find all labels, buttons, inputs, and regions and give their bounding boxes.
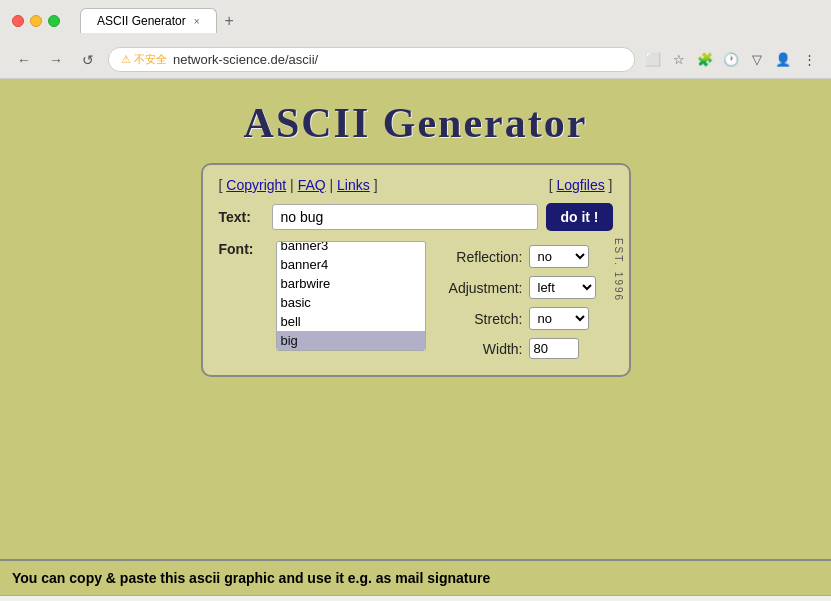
- url-bar[interactable]: ⚠ 不安全 network-science.de/ascii/: [108, 47, 635, 72]
- font-option-bigchief[interactable]: bigchief: [277, 350, 425, 351]
- browser-chrome: ASCII Generator × + ← → ↺ ⚠ 不安全 network-…: [0, 0, 831, 79]
- security-label: 不安全: [134, 52, 167, 67]
- copyright-link[interactable]: Copyright: [226, 177, 286, 193]
- options-panel: Reflection: no yes Adjustment: left cent…: [438, 245, 596, 359]
- active-tab[interactable]: ASCII Generator ×: [80, 8, 217, 33]
- security-warning: ⚠ 不安全: [121, 52, 167, 67]
- width-input[interactable]: [529, 338, 579, 359]
- bracket2-open: [: [549, 177, 553, 193]
- bracket-close: ]: [374, 177, 378, 193]
- sep2: |: [330, 177, 334, 193]
- refresh-button[interactable]: ↺: [76, 48, 100, 72]
- font-row: Font: banner3 banner4 barbwire basic bel…: [219, 241, 613, 359]
- user-icon[interactable]: 👤: [773, 50, 793, 70]
- menu-icon[interactable]: ⋮: [799, 50, 819, 70]
- tab-bar: ASCII Generator × +: [80, 8, 242, 33]
- bracket-open: [: [219, 177, 223, 193]
- warning-icon: ⚠: [121, 53, 131, 66]
- info-bar: You can copy & paste this ascii graphic …: [0, 559, 831, 596]
- forward-button[interactable]: →: [44, 48, 68, 72]
- adjustment-row: Adjustment: left center right: [438, 276, 596, 299]
- title-bar: ASCII Generator × +: [0, 0, 831, 41]
- cast-icon[interactable]: ⬜: [643, 50, 663, 70]
- reflection-label: Reflection:: [438, 249, 523, 265]
- do-it-button[interactable]: do it !: [546, 203, 612, 231]
- url-text: network-science.de/ascii/: [173, 52, 318, 67]
- info-text: You can copy & paste this ascii graphic …: [12, 570, 490, 586]
- toolbar-icons: ⬜ ☆ 🧩 🕐 ▽ 👤 ⋮: [643, 50, 819, 70]
- left-nav: [ Copyright | FAQ | Links ]: [219, 177, 378, 193]
- font-option-big[interactable]: big: [277, 331, 425, 350]
- download-icon[interactable]: ▽: [747, 50, 767, 70]
- close-button[interactable]: [12, 15, 24, 27]
- address-bar: ← → ↺ ⚠ 不安全 network-science.de/ascii/ ⬜ …: [0, 41, 831, 78]
- adjustment-select[interactable]: left center right: [529, 276, 596, 299]
- bracket2-close: ]: [609, 177, 613, 193]
- font-select[interactable]: banner3 banner4 barbwire basic bell big …: [276, 241, 426, 351]
- minimize-button[interactable]: [30, 15, 42, 27]
- font-option-banner3[interactable]: banner3: [277, 241, 425, 255]
- back-button[interactable]: ←: [12, 48, 36, 72]
- reflection-select[interactable]: no yes: [529, 245, 589, 268]
- width-row: Width:: [438, 338, 596, 359]
- text-row: Text: do it !: [219, 203, 613, 231]
- stretch-select[interactable]: no yes: [529, 307, 589, 330]
- traffic-lights: [12, 15, 60, 27]
- font-option-bell[interactable]: bell: [277, 312, 425, 331]
- tab-close-button[interactable]: ×: [194, 16, 200, 27]
- font-option-basic[interactable]: basic: [277, 293, 425, 312]
- nav-links: [ Copyright | FAQ | Links ] [ Logfiles ]: [219, 177, 613, 193]
- settings-bar: Font: big Reflection: no Adjustment: lef…: [0, 596, 831, 601]
- text-input[interactable]: [272, 204, 539, 230]
- logfiles-link[interactable]: Logfiles: [556, 177, 604, 193]
- new-tab-button[interactable]: +: [217, 12, 242, 30]
- page-title: ASCII Generator: [20, 99, 811, 147]
- tab-title: ASCII Generator: [97, 14, 186, 28]
- bookmark-icon[interactable]: ☆: [669, 50, 689, 70]
- faq-link[interactable]: FAQ: [298, 177, 326, 193]
- reflection-row: Reflection: no yes: [438, 245, 596, 268]
- stretch-row: Stretch: no yes: [438, 307, 596, 330]
- adjustment-label: Adjustment:: [438, 280, 523, 296]
- stretch-label: Stretch:: [438, 311, 523, 327]
- extension-icon[interactable]: 🧩: [695, 50, 715, 70]
- font-option-banner4[interactable]: banner4: [277, 255, 425, 274]
- sep1: |: [290, 177, 294, 193]
- font-label: Font:: [219, 241, 264, 257]
- links-link[interactable]: Links: [337, 177, 370, 193]
- text-label: Text:: [219, 209, 264, 225]
- main-box: [ Copyright | FAQ | Links ] [ Logfiles ]…: [201, 163, 631, 377]
- est-badge: EST. 1996: [613, 238, 624, 302]
- font-option-barbwire[interactable]: barbwire: [277, 274, 425, 293]
- history-icon[interactable]: 🕐: [721, 50, 741, 70]
- page-content: ASCII Generator [ Copyright | FAQ | Link…: [0, 79, 831, 559]
- right-nav: [ Logfiles ]: [549, 177, 613, 193]
- width-label: Width:: [438, 341, 523, 357]
- maximize-button[interactable]: [48, 15, 60, 27]
